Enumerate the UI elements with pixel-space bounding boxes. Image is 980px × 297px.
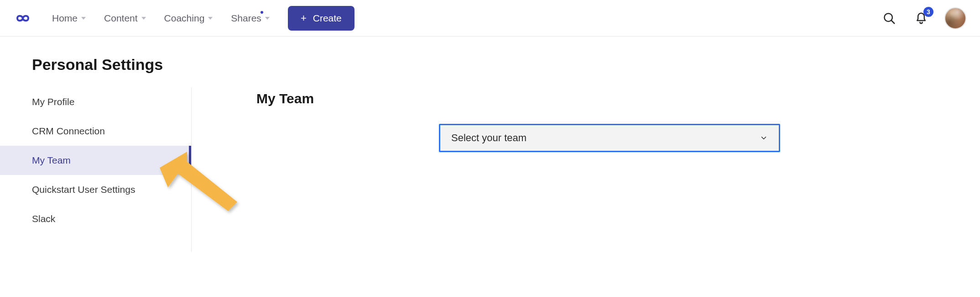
user-avatar[interactable]	[944, 7, 966, 29]
page-title: Personal Settings	[32, 56, 980, 74]
nav-home[interactable]: Home	[52, 13, 86, 24]
nav-content-label: Content	[104, 13, 138, 24]
chevron-down-icon	[265, 17, 270, 20]
plus-icon: +	[301, 13, 307, 23]
topbar-right: 3	[881, 7, 966, 29]
svg-line-1	[891, 21, 894, 23]
sidebar-item-quickstart-user-settings[interactable]: Quickstart User Settings	[0, 175, 191, 204]
sidebar-item-label: My Profile	[32, 96, 74, 107]
notification-count-badge: 3	[923, 7, 933, 17]
settings-sidebar: My Profile CRM Connection My Team Quicks…	[0, 87, 192, 252]
sidebar-item-label: CRM Connection	[32, 126, 105, 136]
chevron-down-icon	[760, 134, 768, 142]
search-icon	[882, 11, 896, 25]
nav-coaching[interactable]: Coaching	[164, 13, 213, 24]
chevron-down-icon	[141, 17, 146, 20]
section-title: My Team	[256, 91, 980, 106]
notifications-button[interactable]: 3	[912, 10, 930, 27]
main-area: My Team Select your team	[192, 87, 980, 152]
nav-shares[interactable]: Shares	[231, 13, 270, 24]
nav-home-label: Home	[52, 13, 78, 24]
nav-coaching-label: Coaching	[164, 13, 205, 24]
sidebar-item-my-profile[interactable]: My Profile	[0, 87, 191, 117]
sidebar-item-slack[interactable]: Slack	[0, 204, 191, 233]
search-button[interactable]	[881, 10, 898, 27]
notification-dot-icon	[261, 11, 263, 14]
main-nav: Home Content Coaching Shares	[52, 13, 270, 24]
sidebar-item-crm-connection[interactable]: CRM Connection	[0, 117, 191, 146]
chevron-down-icon	[208, 17, 213, 20]
app-logo[interactable]	[13, 12, 33, 25]
sidebar-item-label: Slack	[32, 213, 55, 224]
sidebar-item-label: Quickstart User Settings	[32, 184, 135, 195]
sidebar-item-my-team[interactable]: My Team	[0, 146, 191, 175]
infinity-logo-icon	[13, 12, 33, 25]
create-button-label: Create	[313, 13, 342, 24]
page-content: Personal Settings My Profile CRM Connect…	[0, 37, 980, 252]
create-button[interactable]: + Create	[288, 6, 354, 31]
team-select[interactable]: Select your team	[439, 124, 780, 152]
nav-shares-label: Shares	[231, 13, 261, 24]
content-row: My Profile CRM Connection My Team Quicks…	[0, 87, 980, 252]
team-select-wrap: Select your team	[439, 124, 780, 152]
nav-content[interactable]: Content	[104, 13, 146, 24]
chevron-down-icon	[81, 17, 86, 20]
team-select-placeholder: Select your team	[451, 132, 526, 144]
topbar: Home Content Coaching Shares + Create	[0, 0, 980, 37]
sidebar-item-label: My Team	[32, 155, 71, 165]
